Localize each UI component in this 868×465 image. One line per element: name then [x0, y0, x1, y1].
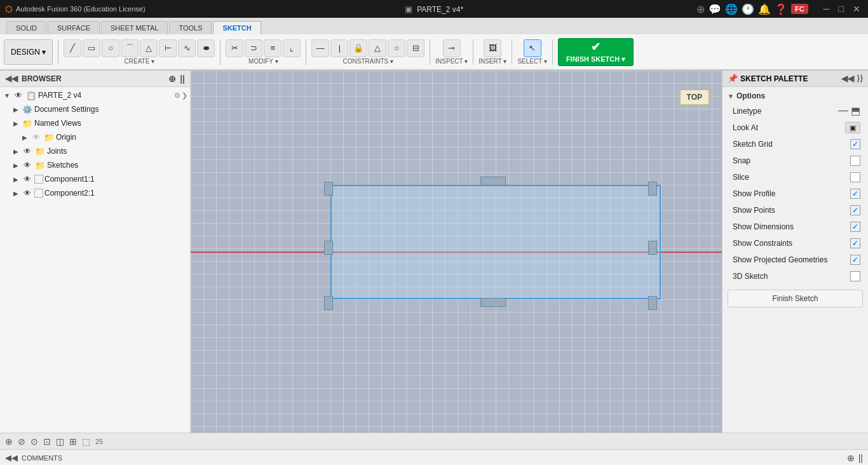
- add-icon[interactable]: ⊕: [696, 3, 705, 15]
- vertical-constraint[interactable]: |: [330, 39, 348, 57]
- palette-pin-icon[interactable]: 📌: [728, 74, 738, 83]
- root-eye-icon[interactable]: 👁: [13, 91, 24, 100]
- origin-arrow[interactable]: ▶: [20, 134, 29, 141]
- tab-solid[interactable]: SOLID: [6, 21, 46, 34]
- show-constraints-checkbox[interactable]: ✓: [850, 238, 860, 248]
- handle-mid-left[interactable]: [324, 241, 333, 255]
- circle-tool[interactable]: ○: [102, 39, 119, 57]
- tab-tools[interactable]: TOOLS: [169, 21, 212, 34]
- comments-back-icon[interactable]: ◀◀: [5, 453, 18, 462]
- tab-surface[interactable]: SURFACE: [48, 21, 100, 34]
- show-projected-checkbox[interactable]: ✓: [850, 255, 860, 265]
- handle-bottom-mid[interactable]: [480, 298, 506, 307]
- finish-sketch-button[interactable]: ✔ FINISH SKETCH ▾: [558, 38, 634, 66]
- design-button[interactable]: DESIGN ▾: [4, 39, 53, 65]
- root-more-icon[interactable]: ❯: [182, 91, 187, 100]
- sketches-eye-icon[interactable]: 👁: [22, 161, 33, 170]
- insert-tool[interactable]: 🖼: [484, 39, 501, 57]
- user-avatar[interactable]: FC: [791, 4, 808, 14]
- options-section-header[interactable]: ▼ Options: [722, 90, 868, 102]
- comments-collapse-icon[interactable]: ||: [858, 453, 863, 463]
- tree-item-named-views[interactable]: ▶ 📁 Named Views: [0, 116, 190, 130]
- constraints-label[interactable]: CONSTRAINTS ▾: [343, 58, 393, 65]
- sketch-rectangle[interactable]: [330, 185, 661, 299]
- component1-eye-icon[interactable]: 👁: [22, 175, 33, 184]
- browser-back-icon[interactable]: ◀◀: [5, 74, 18, 83]
- globe-icon[interactable]: 🌐: [725, 3, 738, 15]
- finish-sketch-palette-button[interactable]: Finish Sketch: [728, 290, 863, 307]
- tree-item-component2[interactable]: ▶ 👁 Component2:1: [0, 186, 190, 200]
- component1-arrow[interactable]: ▶: [11, 176, 20, 183]
- tab-sheet-metal[interactable]: SHEET METAL: [101, 21, 168, 34]
- mirror-constraint[interactable]: ⊟: [407, 39, 424, 57]
- create-label[interactable]: CREATE ▾: [125, 58, 155, 65]
- equal-constraint[interactable]: ○: [388, 39, 405, 57]
- inspect-tool[interactable]: ⊸: [443, 39, 461, 57]
- joints-eye-icon[interactable]: 👁: [22, 147, 33, 156]
- palette-expand-icon[interactable]: ◀◀: [841, 74, 854, 83]
- browser-expand-icon[interactable]: ⊕: [168, 74, 176, 84]
- snap-checkbox[interactable]: [850, 156, 860, 166]
- handle-top-right[interactable]: [648, 182, 657, 196]
- handle-mid-right[interactable]: [648, 241, 657, 255]
- select-label[interactable]: SELECT ▾: [517, 58, 547, 65]
- show-profile-checkbox[interactable]: ✓: [850, 189, 860, 199]
- tangent-constraint[interactable]: △: [369, 39, 386, 57]
- tree-item-sketches[interactable]: ▶ 👁 📁 Sketches: [0, 158, 190, 172]
- linetype-dashed-icon[interactable]: ⬒: [851, 105, 860, 117]
- handle-top-left[interactable]: [324, 182, 333, 196]
- chat-icon[interactable]: 💬: [709, 3, 721, 15]
- close-button[interactable]: ✕: [850, 4, 863, 14]
- component2-arrow[interactable]: ▶: [11, 190, 20, 197]
- canvas-area[interactable]: TOP: [191, 71, 722, 433]
- polygon-tool[interactable]: △: [140, 39, 158, 57]
- handle-bottom-left[interactable]: [324, 296, 333, 310]
- component2-eye-icon[interactable]: 👁: [22, 189, 33, 198]
- trim-tool[interactable]: ✂: [226, 39, 243, 57]
- root-arrow[interactable]: ▼: [3, 92, 11, 99]
- bell-icon[interactable]: 🔔: [758, 3, 771, 15]
- tree-item-doc-settings[interactable]: ▶ ⚙️ Document Settings: [0, 102, 190, 116]
- slice-checkbox[interactable]: [850, 172, 860, 182]
- pan-icon[interactable]: ⊘: [18, 436, 25, 447]
- modify-label[interactable]: MODIFY ▾: [248, 58, 278, 65]
- horizontal-constraint[interactable]: —: [311, 39, 329, 57]
- zoom-icon[interactable]: ⊙: [31, 436, 38, 447]
- arc-tool[interactable]: ⌒: [121, 39, 139, 57]
- named-views-arrow[interactable]: ▶: [11, 120, 20, 127]
- zoom-window-icon[interactable]: ⊡: [43, 436, 51, 447]
- break-tool[interactable]: ≡: [264, 39, 281, 57]
- tree-item-root[interactable]: ▼ 👁 📋 PARTE_2 v4 ⚙ ❯: [0, 88, 190, 102]
- select-tool[interactable]: ↖: [524, 39, 541, 57]
- look-at-button[interactable]: ▣: [845, 122, 860, 133]
- help-icon[interactable]: ❓: [775, 3, 787, 15]
- origin-eye-icon[interactable]: 👁: [31, 133, 42, 142]
- tree-item-component1[interactable]: ▶ 👁 Component1:1: [0, 172, 190, 186]
- tree-item-joints[interactable]: ▶ 👁 📁 Joints: [0, 144, 190, 158]
- display-settings-icon[interactable]: ⬚: [82, 436, 90, 447]
- inspect-label[interactable]: INSPECT ▾: [435, 58, 468, 65]
- lock-constraint[interactable]: 🔒: [349, 39, 367, 57]
- joints-arrow[interactable]: ▶: [11, 148, 20, 155]
- root-gear-icon[interactable]: ⚙: [174, 91, 180, 100]
- rect-tool[interactable]: ▭: [83, 39, 100, 57]
- doc-settings-arrow[interactable]: ▶: [11, 106, 20, 113]
- show-dimensions-checkbox[interactable]: ✓: [850, 222, 860, 232]
- tree-item-origin[interactable]: ▶ 👁 📁 Origin: [0, 130, 190, 144]
- clock-icon[interactable]: 🕐: [742, 3, 754, 15]
- ellipse-tool[interactable]: ⬬: [197, 39, 215, 57]
- insert-label[interactable]: INSERT ▾: [478, 58, 506, 65]
- dimension-tool[interactable]: ⊢: [159, 39, 177, 57]
- grid-toggle-icon[interactable]: ⊞: [69, 436, 77, 447]
- linetype-solid-icon[interactable]: —: [838, 105, 848, 117]
- zoom-fit-icon[interactable]: ◫: [56, 436, 64, 447]
- minimize-button[interactable]: ─: [821, 4, 832, 14]
- show-points-checkbox[interactable]: ✓: [850, 205, 860, 215]
- 3d-sketch-checkbox[interactable]: [850, 271, 860, 281]
- comments-add-icon[interactable]: ⊕: [847, 453, 855, 463]
- sketches-arrow[interactable]: ▶: [11, 162, 20, 169]
- extend-tool[interactable]: ⊃: [245, 39, 262, 57]
- palette-collapse-icon[interactable]: ⟩⟩: [857, 74, 863, 83]
- orbit-icon[interactable]: ⊕: [5, 436, 13, 447]
- fillet-tool[interactable]: ⌞: [283, 39, 301, 57]
